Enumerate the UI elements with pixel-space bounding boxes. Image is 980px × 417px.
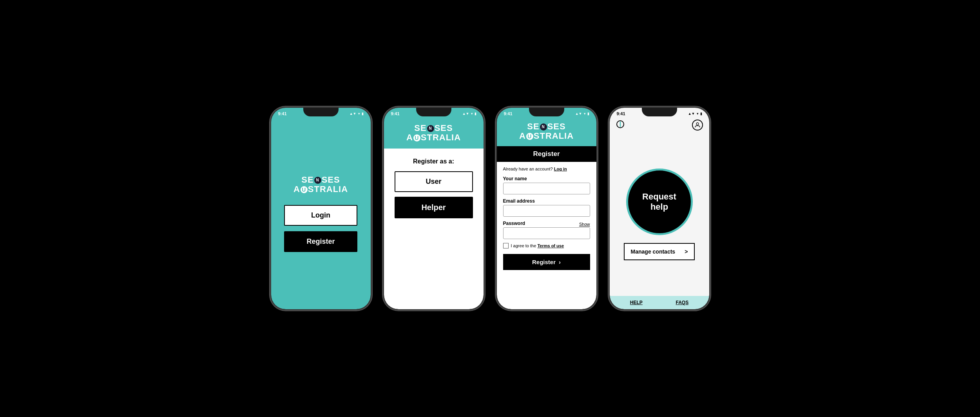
phone-register-choice: 9:41 ▲▼ ▾ ▮ SENSES AUSTRALIA Register — [383, 107, 485, 310]
email-input[interactable] — [503, 205, 590, 217]
phone4-main-content: Request help Manage contacts > — [610, 133, 709, 296]
svg-point-2 — [696, 123, 699, 125]
terms-of-use-link[interactable]: Terms of use — [537, 243, 564, 248]
phone4-screen: Request help Manage contacts > HELP FAQS — [610, 118, 709, 309]
email-label: Email address — [503, 198, 590, 204]
wifi-icon: ▾ — [358, 112, 360, 116]
logo-2: SENSES AUSTRALIA — [390, 123, 477, 142]
terms-text: I agree to the Terms of use — [511, 243, 564, 248]
battery-icon: ▮ — [362, 112, 364, 116]
phone3-white-content: Already have an account? Log in Your nam… — [497, 162, 596, 309]
logo-line1-1: SENSES — [293, 175, 348, 185]
phone-notch-2 — [416, 108, 451, 116]
battery-icon-4: ▮ — [700, 112, 702, 116]
manage-contacts-button[interactable]: Manage contacts > — [624, 243, 695, 260]
phone4-bottom-bar: HELP FAQS — [610, 296, 709, 309]
request-help-circle[interactable]: Request help — [626, 169, 693, 235]
wifi-icon-2: ▾ — [471, 112, 473, 116]
your-name-input[interactable] — [503, 183, 590, 194]
signal-icon-2: ▲▼ — [462, 112, 469, 116]
register-button-1[interactable]: Register — [284, 231, 357, 252]
battery-icon-2: ▮ — [475, 112, 476, 116]
status-icons-4: ▲▼ ▾ ▮ — [688, 112, 702, 116]
wifi-icon-3: ▾ — [584, 112, 586, 116]
status-time-2: 9:41 — [391, 111, 400, 116]
logo-line2-3: AUSTRALIA — [503, 131, 590, 141]
show-password-link[interactable]: Show — [579, 222, 590, 227]
phone-request-help: 9:41 ▲▼ ▾ ▮ — [609, 107, 710, 310]
status-icons-3: ▲▼ ▾ ▮ — [575, 112, 589, 116]
terms-checkbox[interactable] — [503, 243, 509, 248]
request-help-text: Request help — [642, 192, 676, 212]
password-label: Password — [503, 221, 525, 226]
phone-notch-3 — [529, 108, 564, 116]
faqs-link[interactable]: FAQS — [676, 300, 689, 305]
logo-circle-u2: U — [413, 134, 420, 141]
register-as-label: Register as a: — [413, 158, 454, 165]
log-in-link[interactable]: Log in — [554, 167, 567, 171]
phones-container: 9:41 ▲▼ ▾ ▮ SENSES AUSTRALIA Login — [270, 107, 710, 310]
phone-notch-4 — [642, 108, 677, 116]
manage-contacts-chevron: > — [685, 248, 688, 255]
logo-line1-3: SENSES — [503, 122, 590, 131]
manage-contacts-label: Manage contacts — [631, 248, 676, 255]
terms-row: I agree to the Terms of use — [503, 243, 590, 248]
phone-notch — [303, 108, 339, 116]
phone2-screen: SENSES AUSTRALIA Register as a: User Hel… — [384, 118, 484, 309]
phone3-screen: SENSES AUSTRALIA Register Already have a… — [497, 118, 596, 309]
phone-login: 9:41 ▲▼ ▾ ▮ SENSES AUSTRALIA Login — [270, 107, 372, 310]
password-field-group: Password Show — [503, 221, 590, 239]
status-time-4: 9:41 — [617, 111, 625, 116]
signal-icon-3: ▲▼ — [575, 112, 582, 116]
signal-icon: ▲▼ — [350, 112, 357, 116]
logo-circle-n2: N — [427, 125, 434, 132]
phone1-teal-full: SENSES AUSTRALIA Login Register — [271, 118, 371, 309]
logo-line2-2: AUSTRALIA — [390, 133, 477, 142]
phone2-teal-header: SENSES AUSTRALIA — [384, 118, 484, 149]
phone4-top-bar — [610, 118, 709, 133]
helper-button[interactable]: Helper — [395, 197, 473, 218]
logo-circle-n3: N — [540, 123, 547, 131]
logo-circle-u1: U — [301, 186, 308, 193]
login-button[interactable]: Login — [284, 205, 357, 226]
already-have-account-text: Already have an account? Log in — [503, 167, 590, 171]
register-submit-button[interactable]: Register › — [503, 254, 590, 270]
phone1-screen: SENSES AUSTRALIA Login Register — [271, 118, 371, 309]
app-icon-svg — [616, 120, 625, 129]
help-link[interactable]: HELP — [630, 300, 643, 305]
register-title-bar: Register — [497, 146, 596, 162]
password-input[interactable] — [503, 227, 590, 239]
battery-icon-3: ▮ — [587, 112, 589, 116]
phone-register-form: 9:41 ▲▼ ▾ ▮ SENSES AUSTRALIA Register — [496, 107, 598, 310]
wifi-icon-4: ▾ — [697, 112, 699, 116]
person-icon — [694, 121, 701, 129]
logo-circle-u3: U — [526, 133, 533, 140]
status-time-3: 9:41 — [504, 111, 513, 116]
password-label-row: Password Show — [503, 221, 590, 227]
logo-3: SENSES AUSTRALIA — [503, 122, 590, 141]
user-button[interactable]: User — [395, 171, 473, 192]
logo-line1-2: SENSES — [390, 123, 477, 133]
your-name-label: Your name — [503, 176, 590, 181]
avatar-icon[interactable] — [692, 120, 703, 131]
logo-1: SENSES AUSTRALIA — [293, 175, 348, 194]
logo-line2-1: AUSTRALIA — [293, 185, 348, 194]
status-icons-1: ▲▼ ▾ ▮ — [350, 112, 364, 116]
phone2-white-content: Register as a: User Helper — [384, 149, 484, 309]
logo-circle-n1: N — [314, 177, 321, 184]
app-icon-logo — [616, 120, 625, 130]
signal-icon-4: ▲▼ — [688, 112, 695, 116]
phone3-teal-header: SENSES AUSTRALIA — [497, 118, 596, 146]
your-name-field-group: Your name — [503, 176, 590, 194]
phone1-buttons: Login Register — [284, 205, 357, 252]
status-icons-2: ▲▼ ▾ ▮ — [462, 112, 476, 116]
email-field-group: Email address — [503, 198, 590, 217]
status-time-1: 9:41 — [278, 111, 287, 116]
